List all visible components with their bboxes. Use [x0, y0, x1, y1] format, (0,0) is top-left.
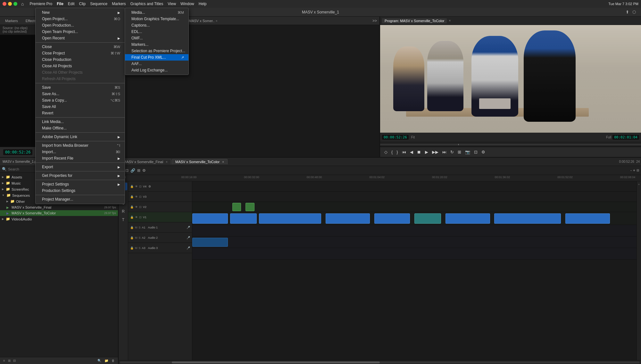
v1-clip6[interactable]	[414, 213, 441, 224]
menu-item-dynamic-link[interactable]: Adobe Dynamic Link ▶	[36, 134, 125, 140]
a1-mute[interactable]: M	[135, 226, 137, 229]
export-markers[interactable]: Markers...	[125, 41, 188, 48]
menu-item-export[interactable]: Export ▶	[36, 164, 125, 170]
menu-markers[interactable]: Markers	[112, 2, 126, 6]
external-link-icon[interactable]: ⬡	[632, 10, 636, 14]
v3-lock[interactable]: 🔒	[130, 195, 134, 198]
prog-safe-margins[interactable]: ⊞	[457, 150, 462, 154]
a1-mic[interactable]: 🎤	[187, 226, 190, 229]
prog-stop[interactable]: ⏹	[416, 150, 422, 154]
menu-window[interactable]: Window	[180, 2, 194, 6]
tl-tab-tocolor-close[interactable]: ×	[222, 160, 224, 164]
menu-item-save-all[interactable]: Save All	[36, 103, 125, 110]
quality-label[interactable]: Full	[606, 136, 611, 139]
prog-next[interactable]: ⏭	[441, 150, 447, 154]
tl-tab-tocolor[interactable]: MASV x Somerville_ToColor ×	[172, 159, 228, 164]
list-view-icon[interactable]: ≡	[3, 359, 5, 362]
v1-lock[interactable]: 🔒	[130, 216, 134, 219]
project-item-tocolor[interactable]: ▶ MASV x Somerville_ToColor 29.97 fps	[0, 210, 118, 216]
menu-item-new[interactable]: New ▶	[36, 9, 125, 16]
v1-clip8[interactable]	[494, 213, 561, 224]
v1-clip3[interactable]	[259, 213, 321, 224]
titlebar-buttons[interactable]: ⬆ ⬡	[626, 10, 636, 14]
v4-lock[interactable]: 🔒	[130, 185, 134, 188]
v1-clip4[interactable]	[326, 213, 370, 224]
menu-item-project-manager[interactable]: Project Manager...	[36, 196, 125, 203]
export-captions[interactable]: Captions...	[125, 22, 188, 29]
v1-clip7[interactable]	[445, 213, 490, 224]
window-controls[interactable]	[3, 2, 17, 6]
fit-label[interactable]: Fit	[411, 136, 415, 139]
v2-vis[interactable]: 👁	[135, 205, 138, 209]
a2-mute[interactable]: M	[135, 236, 137, 239]
menu-item-close[interactable]: Close ⌘W	[36, 44, 125, 50]
a1-lock[interactable]: 🔒	[130, 226, 134, 229]
prog-out-point[interactable]: }	[395, 150, 399, 154]
program-progress-bar[interactable]	[380, 142, 641, 147]
detail-view-icon[interactable]: ⊟	[13, 359, 16, 362]
prog-loop[interactable]: ↻	[449, 150, 455, 154]
v3-vis[interactable]: 👁	[135, 195, 138, 198]
menu-item-close-production[interactable]: Close Production	[36, 56, 125, 63]
seq-linked[interactable]: 🔗	[130, 168, 135, 173]
prog-play[interactable]: ▶	[424, 150, 429, 154]
menu-item-save-as[interactable]: Save As... ⌘⇧S	[36, 91, 125, 97]
v2-sync[interactable]: ⊡	[139, 205, 142, 209]
prog-trim[interactable]: ⊡	[473, 150, 479, 154]
minimize-dot[interactable]	[8, 2, 12, 6]
prog-in-point[interactable]: {	[390, 150, 394, 154]
tool-razor[interactable]: R	[120, 208, 127, 215]
v2-clip2[interactable]	[246, 203, 254, 211]
seq-settings[interactable]: ⚙	[142, 168, 146, 173]
v4-sync[interactable]: ⊡	[139, 185, 142, 188]
menu-item-close-project[interactable]: Close Project ⌘⇧W	[36, 50, 125, 56]
a2-solo[interactable]: S	[139, 236, 141, 239]
menu-sequence[interactable]: Sequence	[90, 2, 107, 6]
find-btn[interactable]: 🔍	[97, 359, 101, 362]
menu-item-open-production[interactable]: Open Production...	[36, 22, 125, 29]
new-folder-btn[interactable]: 📁	[104, 359, 108, 362]
v1-sync[interactable]: ⊡	[139, 216, 142, 219]
menu-item-close-all-projects[interactable]: Close All Projects	[36, 63, 125, 69]
menu-item-import[interactable]: Import... ⌘I	[36, 149, 125, 155]
menu-help[interactable]: Help	[199, 2, 207, 6]
scrollbar-thumb[interactable]	[172, 361, 380, 363]
prog-add-marker[interactable]: ◇	[383, 150, 388, 154]
seq-snap[interactable]: ⊡	[125, 168, 129, 173]
menu-item-production-settings[interactable]: Production Settings	[36, 187, 125, 194]
menu-view[interactable]: View	[168, 2, 176, 6]
menu-graphics[interactable]: Graphics and Titles	[130, 2, 163, 6]
delete-btn[interactable]: 🗑	[112, 359, 115, 362]
prog-settings[interactable]: ⚙	[480, 150, 486, 154]
export-fcp-xml[interactable]: Final Cut Pro XML... ↗	[125, 54, 188, 61]
a3-mic[interactable]: 🎤	[187, 246, 190, 250]
menu-item-revert[interactable]: Revert	[36, 110, 125, 116]
tl-tab-final-close[interactable]: ×	[166, 160, 168, 164]
v1-clip2[interactable]	[230, 213, 257, 224]
a3-mute[interactable]: M	[135, 246, 137, 250]
v1-vis[interactable]: 👁	[135, 216, 138, 219]
export-aaf[interactable]: AAF...	[125, 61, 188, 67]
seq-zoom-out[interactable]: -	[630, 168, 632, 173]
tab-program[interactable]: Program: MASV x Somerville_ToColor	[382, 18, 447, 23]
app-menu-premiere[interactable]: Premiere Pro	[29, 2, 52, 6]
menu-item-save-copy[interactable]: Save a Copy... ⌥⌘S	[36, 97, 125, 103]
scrollbar-track[interactable]	[120, 361, 640, 363]
menu-item-import-browser[interactable]: Import from Media Browser ⌃I	[36, 142, 125, 149]
menu-item-make-offline[interactable]: Make Offline...	[36, 125, 125, 131]
project-item-videoadudio[interactable]: ▶ 📁 Video&Audio	[0, 216, 118, 222]
v1-clip5[interactable]	[374, 213, 410, 224]
program-tab-close[interactable]: ×	[449, 19, 451, 22]
v3-sync[interactable]: ⊡	[139, 195, 142, 198]
menu-clip[interactable]: Clip	[79, 2, 86, 6]
menu-item-link-media[interactable]: Link Media...	[36, 119, 125, 125]
v1-clip1[interactable]	[192, 213, 228, 224]
v4-vis[interactable]: 👁	[135, 185, 138, 188]
menu-item-save[interactable]: Save ⌘S	[36, 84, 125, 91]
seq-zoom-in[interactable]: +	[633, 168, 635, 173]
prog-export-frame[interactable]: 📷	[464, 150, 471, 154]
menu-item-open-project[interactable]: Open Project... ⌘O	[36, 16, 125, 22]
export-omf[interactable]: OMF...	[125, 35, 188, 41]
seq-add-track[interactable]: ⊞	[137, 168, 140, 173]
tool-text[interactable]: T	[120, 216, 127, 224]
